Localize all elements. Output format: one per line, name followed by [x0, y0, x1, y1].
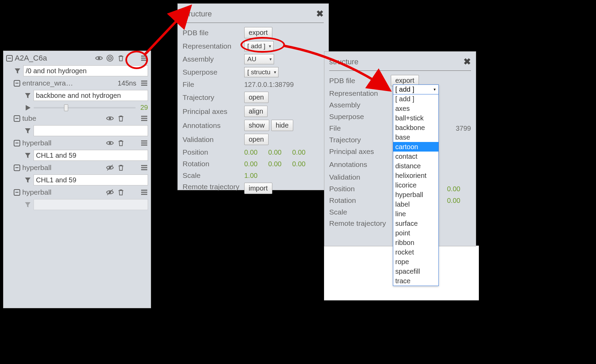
visibility-icon[interactable] [106, 139, 114, 147]
import-button[interactable]: import [244, 183, 272, 194]
dropdown-option[interactable]: rocket [393, 247, 438, 257]
dropdown-option[interactable]: label [393, 199, 438, 209]
rotation-z[interactable]: 0.00 [447, 197, 471, 205]
field-label: Remote trajectory [329, 219, 391, 228]
dropdown-option[interactable]: licorice [393, 180, 438, 190]
assembly-select[interactable]: AU▼ [244, 54, 274, 64]
visibility-icon[interactable] [106, 115, 114, 122]
open-validation-button[interactable]: open [244, 134, 269, 145]
dropdown-option[interactable]: axes [393, 104, 438, 113]
field-label: Superpose [329, 113, 391, 121]
field-label: Position [329, 185, 391, 193]
dropdown-option[interactable]: spacefill [393, 266, 438, 276]
collapse-icon[interactable] [6, 55, 13, 62]
representation-select[interactable]: [ add ]▼ [244, 41, 274, 51]
close-icon[interactable]: ✖ [463, 56, 471, 67]
main-filter-row [3, 64, 151, 78]
menu-icon[interactable] [140, 188, 148, 196]
visibility-off-icon[interactable] [106, 188, 114, 196]
delete-icon[interactable] [117, 139, 125, 147]
dropdown-option[interactable]: helixorient [393, 171, 438, 180]
visibility-off-icon[interactable] [106, 164, 114, 171]
close-icon[interactable]: ✖ [316, 9, 324, 19]
dropdown-option[interactable]: point [393, 228, 438, 238]
menu-icon[interactable] [140, 79, 148, 87]
filter-input[interactable] [34, 90, 148, 101]
menu-icon[interactable] [140, 54, 148, 62]
delete-icon[interactable] [117, 54, 125, 62]
dropdown-option[interactable]: [ add ] [393, 94, 438, 104]
dropdown-option[interactable]: contact [393, 152, 438, 161]
field-label: Annotations [183, 121, 244, 130]
filter-icon [24, 127, 32, 134]
superpose-select[interactable]: [ structu▼ [244, 67, 278, 77]
rotation-z[interactable]: 0.00 [292, 160, 316, 168]
field-label: Rotation [329, 196, 391, 205]
rotation-y[interactable]: 0.00 [268, 160, 292, 168]
filter-input[interactable] [34, 150, 148, 161]
filter-input[interactable] [34, 199, 148, 210]
filter-icon [24, 176, 32, 184]
delete-icon[interactable] [117, 164, 125, 171]
dropdown-option[interactable]: hyperball [393, 190, 438, 199]
field-label: Scale [329, 208, 391, 216]
frame-slider[interactable] [34, 107, 136, 108]
field-label: Trajectory [329, 136, 391, 144]
open-trajectory-button[interactable]: open [244, 92, 269, 103]
position-x[interactable]: 0.00 [244, 148, 268, 156]
rotation-x[interactable]: 0.00 [244, 160, 268, 168]
collapse-icon[interactable] [14, 165, 20, 171]
structure-header-row: A2A_C6a [3, 51, 151, 64]
filter-input[interactable] [34, 125, 148, 136]
list-item: hyperball [3, 138, 151, 148]
menu-icon[interactable] [140, 115, 148, 122]
representation-dropdown[interactable]: [ add ]▼ [ add ]axesball+stickbackboneba… [393, 84, 439, 286]
structure-title: A2A_C6a [15, 54, 93, 63]
delete-icon[interactable] [117, 188, 125, 196]
dropdown-option[interactable]: distance [393, 161, 438, 171]
field-label: Scale [183, 171, 244, 180]
field-label: Trajectory [183, 93, 244, 102]
scale-value[interactable]: 1.00 [244, 172, 268, 180]
hide-annotations-button[interactable]: hide [271, 120, 293, 131]
panel-title: structure [329, 57, 359, 66]
sub-filter-row [3, 198, 151, 211]
dropdown-option[interactable]: ribbon [393, 238, 438, 247]
menu-icon[interactable] [140, 164, 148, 171]
dropdown-option[interactable]: base [393, 132, 438, 142]
export-button[interactable]: export [244, 27, 272, 38]
filter-icon [24, 201, 32, 208]
representation-select[interactable]: [ add ]▼ [393, 84, 439, 94]
collapse-icon[interactable] [14, 140, 20, 146]
dropdown-option[interactable]: cartoon [393, 142, 438, 152]
dropdown-option[interactable]: trace [393, 276, 438, 286]
item-label: hyperball [22, 164, 104, 172]
show-annotations-button[interactable]: show [244, 120, 269, 131]
position-z[interactable]: 0.00 [292, 148, 316, 156]
main-filter-input[interactable] [23, 65, 148, 76]
field-label: Assembly [329, 101, 391, 109]
align-button[interactable]: align [244, 106, 268, 117]
position-y[interactable]: 0.00 [268, 148, 292, 156]
dropdown-option[interactable]: ball+stick [393, 113, 438, 123]
dropdown-option[interactable]: line [393, 209, 438, 219]
frame-number: 29 [140, 104, 148, 112]
dropdown-option[interactable]: rope [393, 257, 438, 266]
center-icon[interactable] [106, 54, 114, 62]
position-z[interactable]: 0.00 [447, 185, 471, 193]
delete-icon[interactable] [117, 115, 125, 122]
collapse-icon[interactable] [14, 189, 20, 196]
list-item: entrance_wra… 145ns [3, 78, 151, 89]
dropdown-option[interactable]: backbone [393, 123, 438, 132]
field-label: Validation [183, 135, 244, 144]
menu-icon[interactable] [140, 139, 148, 147]
field-label: Principal axes [329, 147, 391, 156]
field-label: Remote trajectory [183, 183, 244, 191]
collapse-icon[interactable] [14, 80, 20, 87]
filter-input[interactable] [34, 174, 148, 185]
play-icon[interactable] [24, 104, 32, 112]
field-label: Principal axes [183, 107, 244, 116]
collapse-icon[interactable] [14, 115, 20, 122]
dropdown-option[interactable]: surface [393, 219, 438, 228]
visibility-icon[interactable] [95, 54, 103, 62]
